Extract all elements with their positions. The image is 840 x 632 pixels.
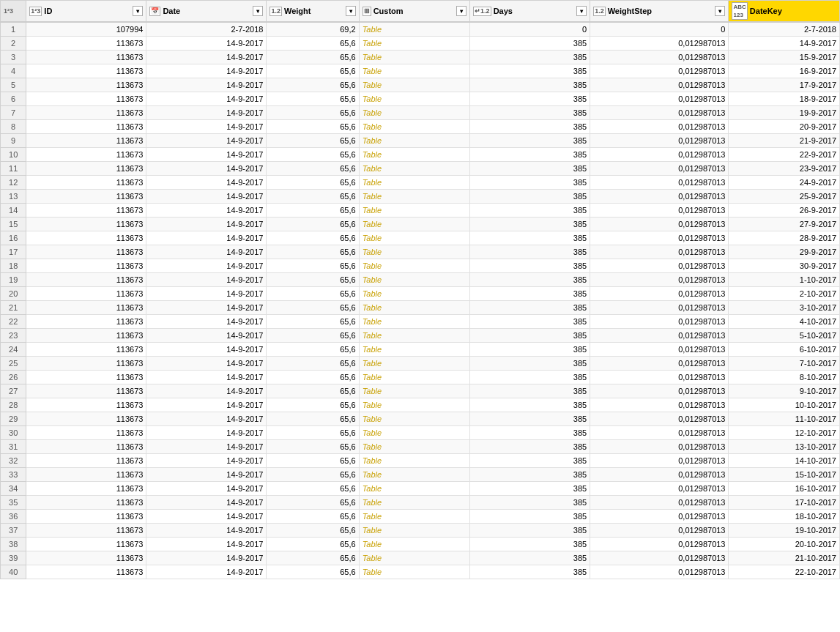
row-number: 21 — [1, 300, 26, 314]
cell-custom[interactable]: Table — [359, 467, 469, 481]
cell-custom[interactable]: Table — [359, 523, 469, 537]
cell-custom[interactable]: Table — [359, 64, 469, 78]
cell-custom[interactable]: Table — [359, 439, 469, 453]
cell-datekey: 19-10-2017 — [729, 523, 840, 537]
table-row: 2111367314-9-201765,6Table3850,012987013… — [1, 300, 840, 314]
cell-custom[interactable]: Table — [359, 300, 469, 314]
cell-custom[interactable]: Table — [359, 453, 469, 467]
id-filter-icon[interactable]: ▾ — [133, 6, 143, 16]
days-filter-icon[interactable]: ▾ — [576, 6, 587, 16]
cell-weightstep: 0,012987013 — [590, 509, 729, 523]
cell-custom[interactable]: Table — [359, 105, 469, 119]
cell-custom[interactable]: Table — [359, 314, 469, 328]
cell-id: 113673 — [26, 398, 146, 412]
table-row: 1511367314-9-201765,6Table3850,012987013… — [1, 217, 840, 231]
cell-custom[interactable]: Table — [359, 565, 469, 579]
days-type-icon: ↵1.2 — [473, 7, 491, 16]
header-datekey[interactable]: ABC123 DateKey — [729, 1, 840, 23]
cell-custom[interactable]: Table — [359, 537, 469, 551]
custom-filter-icon[interactable]: ▾ — [456, 6, 467, 16]
header-weightstep[interactable]: 1.2 WeightStep ▾ — [590, 1, 729, 23]
cell-id: 113673 — [26, 495, 146, 509]
table-row: 2611367314-9-201765,6Table3850,012987013… — [1, 370, 840, 384]
cell-custom[interactable]: Table — [359, 495, 469, 509]
table-row: 1911367314-9-201765,6Table3850,012987013… — [1, 272, 840, 286]
cell-custom[interactable]: Table — [359, 133, 469, 147]
cell-date: 14-9-2017 — [146, 147, 267, 161]
table-row: 2011367314-9-201765,6Table3850,012987013… — [1, 286, 840, 300]
cell-id: 113673 — [26, 314, 146, 328]
cell-custom[interactable]: Table — [359, 92, 469, 105]
cell-date: 14-9-2017 — [146, 50, 267, 64]
cell-custom[interactable]: Table — [359, 78, 469, 92]
cell-date: 14-9-2017 — [146, 467, 267, 481]
cell-id: 113673 — [26, 425, 146, 439]
cell-days: 385 — [470, 189, 590, 203]
row-number: 17 — [1, 245, 26, 259]
cell-custom[interactable]: Table — [359, 217, 469, 231]
cell-weightstep: 0,012987013 — [590, 105, 729, 119]
table-row: 3911367314-9-201765,6Table3850,012987013… — [1, 551, 840, 565]
header-id[interactable]: 1²3 ID ▾ — [26, 1, 146, 23]
cell-custom[interactable]: Table — [359, 342, 469, 356]
header-date[interactable]: 📅 Date ▾ — [146, 1, 267, 23]
cell-custom[interactable]: Table — [359, 384, 469, 398]
cell-days: 385 — [470, 384, 590, 398]
cell-custom[interactable]: Table — [359, 36, 469, 50]
header-weight[interactable]: 1.2 Weight ▾ — [267, 1, 359, 23]
cell-custom[interactable]: Table — [359, 370, 469, 384]
cell-custom[interactable]: Table — [359, 509, 469, 523]
weightstep-filter-icon[interactable]: ▾ — [715, 6, 725, 16]
cell-custom[interactable]: Table — [359, 425, 469, 439]
table-row: 1211367314-9-201765,6Table3850,012987013… — [1, 175, 840, 189]
weight-filter-icon[interactable]: ▾ — [346, 6, 356, 16]
table-row: 1311367314-9-201765,6Table3850,012987013… — [1, 189, 840, 203]
cell-days: 385 — [470, 509, 590, 523]
row-number: 12 — [1, 175, 26, 189]
cell-custom[interactable]: Table — [359, 245, 469, 259]
header-custom[interactable]: ⊞ Custom ▾ — [359, 1, 469, 23]
cell-custom[interactable]: Table — [359, 272, 469, 286]
cell-id: 113673 — [26, 384, 146, 398]
cell-custom[interactable]: Table — [359, 119, 469, 133]
cell-custom[interactable]: Table — [359, 286, 469, 300]
cell-custom[interactable]: Table — [359, 259, 469, 272]
cell-date: 14-9-2017 — [146, 245, 267, 259]
cell-id: 113673 — [26, 439, 146, 453]
cell-custom[interactable]: Table — [359, 412, 469, 425]
header-days[interactable]: ↵1.2 Days ▾ — [470, 1, 590, 23]
table-row: 211367314-9-201765,6Table3850,0129870131… — [1, 36, 840, 50]
table-row: 1011367314-9-201765,6Table3850,012987013… — [1, 147, 840, 161]
cell-id: 113673 — [26, 133, 146, 147]
cell-custom[interactable]: Table — [359, 328, 469, 342]
table-row: 3111367314-9-201765,6Table3850,012987013… — [1, 439, 840, 453]
cell-custom[interactable]: Table — [359, 203, 469, 217]
cell-id: 113673 — [26, 92, 146, 105]
cell-datekey: 15-9-2017 — [729, 50, 840, 64]
cell-custom[interactable]: Table — [359, 175, 469, 189]
cell-datekey: 22-9-2017 — [729, 147, 840, 161]
cell-custom[interactable]: Table — [359, 50, 469, 64]
cell-days: 385 — [470, 300, 590, 314]
cell-custom[interactable]: Table — [359, 231, 469, 245]
weightstep-type-icon: 1.2 — [593, 7, 606, 16]
row-number: 14 — [1, 203, 26, 217]
cell-custom[interactable]: Table — [359, 398, 469, 412]
cell-weightstep: 0,012987013 — [590, 175, 729, 189]
cell-weightstep: 0,012987013 — [590, 551, 729, 565]
cell-custom[interactable]: Table — [359, 147, 469, 161]
cell-custom[interactable]: Table — [359, 161, 469, 175]
cell-custom[interactable]: Table — [359, 551, 469, 565]
cell-custom[interactable]: Table — [359, 189, 469, 203]
date-filter-icon[interactable]: ▾ — [253, 6, 263, 16]
cell-days: 385 — [470, 245, 590, 259]
row-number: 24 — [1, 342, 26, 356]
cell-custom[interactable]: Table — [359, 481, 469, 495]
cell-weightstep: 0,012987013 — [590, 217, 729, 231]
cell-date: 14-9-2017 — [146, 36, 267, 50]
cell-id: 113673 — [26, 36, 146, 50]
cell-custom[interactable]: Table — [359, 356, 469, 370]
custom-type-icon: ⊞ — [363, 7, 371, 16]
cell-datekey: 20-10-2017 — [729, 537, 840, 551]
cell-custom[interactable]: Table — [359, 22, 469, 36]
